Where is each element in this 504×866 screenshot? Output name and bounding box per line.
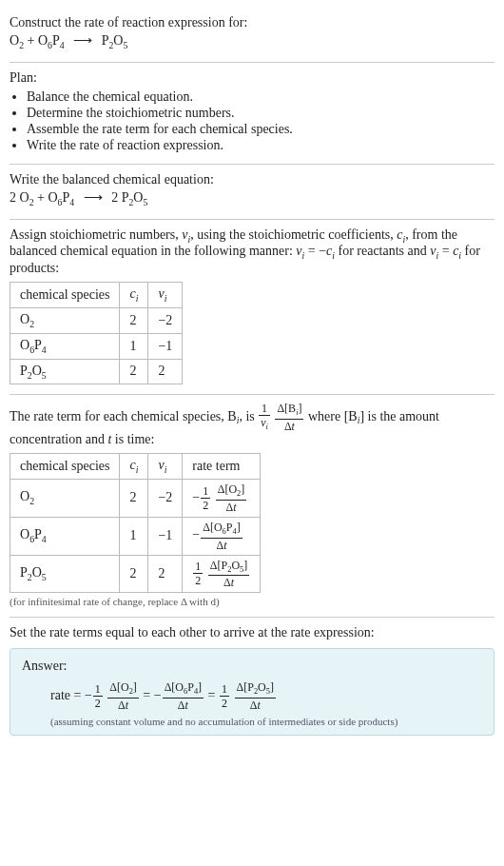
ci-cell: 1 [120, 517, 148, 555]
rate-term-note: (for infinitesimal rate of change, repla… [10, 596, 494, 607]
nui-cell: −1 [148, 517, 183, 555]
rate-cell: −Δ[O6P4]Δt [183, 517, 261, 555]
plan-item: Balance the chemical equation. [27, 89, 494, 105]
plan-section: Plan: Balance the chemical equation. Det… [10, 63, 494, 165]
answer-box: Answer: rate = −12 Δ[O2]Δt = −Δ[O6P4]Δt … [10, 648, 494, 736]
text: The rate term for each chemical species, [10, 409, 227, 423]
col-rate: rate term [183, 454, 261, 480]
balanced-section: Write the balanced chemical equation: 2 … [10, 165, 494, 220]
ci-cell: 2 [120, 479, 148, 517]
col-species: chemical species [10, 283, 120, 308]
text: Assign stoichiometric numbers, [10, 227, 182, 242]
species-cell: P2O5 [10, 359, 120, 384]
rate-term-section: The rate term for each chemical species,… [10, 395, 494, 618]
plan-item: Assemble the rate term for each chemical… [27, 122, 494, 137]
text: is time: [111, 432, 154, 446]
nui-cell: −2 [148, 479, 183, 517]
intro-prompt: Construct the rate of reaction expressio… [10, 15, 494, 30]
table-row: O2 2 −2 −12 Δ[O2]Δt [10, 479, 261, 517]
plan-heading: Plan: [10, 70, 494, 86]
intro-section: Construct the rate of reaction expressio… [10, 8, 494, 63]
nui-cell: −1 [148, 333, 183, 359]
ci-cell: 2 [120, 555, 148, 593]
ci-cell: 2 [120, 307, 148, 333]
text: , is [239, 409, 258, 423]
balanced-equation: 2 O2 + O6P4 ⟶ 2 P2O5 [10, 187, 494, 209]
table-header-row: chemical species ci νi [10, 283, 183, 308]
ci-cell: 2 [120, 359, 148, 384]
table-row: P2O5 2 2 12 Δ[P2O5]Δt [10, 555, 261, 593]
ci-cell: 1 [120, 333, 148, 359]
nui-cell: 2 [148, 555, 183, 593]
species-cell: P2O5 [10, 555, 120, 593]
unbalanced-equation: O2 + O6P4 ⟶ P2O5 [10, 30, 494, 52]
nui-cell: −2 [148, 307, 183, 333]
nui-cell: 2 [148, 359, 183, 384]
species-cell: O6P4 [10, 517, 120, 555]
rate-term-table: chemical species ci νi rate term O2 2 −2… [10, 453, 261, 593]
plan-item: Write the rate of reaction expression. [27, 138, 494, 153]
plan-item: Determine the stoichiometric numbers. [27, 106, 494, 121]
species-cell: O2 [10, 307, 120, 333]
stoich-table: chemical species ci νi O2 2 −2 O6P4 1 −1… [10, 282, 183, 384]
table-row: O6P4 1 −1 [10, 333, 183, 359]
text: where [308, 409, 344, 423]
table-row: O2 2 −2 [10, 307, 183, 333]
rate-cell: 12 Δ[P2O5]Δt [183, 555, 261, 593]
rate-term-paragraph: The rate term for each chemical species,… [10, 403, 494, 447]
stoich-section: Assign stoichiometric numbers, νi, using… [10, 220, 494, 396]
final-section: Set the rate terms equal to each other t… [10, 618, 494, 745]
table-header-row: chemical species ci νi rate term [10, 454, 261, 480]
col-nui: νi [148, 454, 183, 480]
answer-label: Answer: [22, 659, 482, 674]
arrow-icon: ⟶ [84, 189, 103, 206]
final-heading: Set the rate terms equal to each other t… [10, 625, 494, 640]
plan-list: Balance the chemical equation. Determine… [10, 89, 494, 153]
stoich-paragraph: Assign stoichiometric numbers, νi, using… [10, 227, 494, 277]
col-nui: νi [148, 283, 183, 308]
answer-note: (assuming constant volume and no accumul… [50, 716, 482, 727]
balanced-heading: Write the balanced chemical equation: [10, 172, 494, 187]
table-row: P2O5 2 2 [10, 359, 183, 384]
col-ci: ci [120, 454, 148, 480]
species-cell: O2 [10, 479, 120, 517]
text: for reactants and [335, 244, 430, 258]
species-cell: O6P4 [10, 333, 120, 359]
text: , using the stoichiometric coefficients, [190, 227, 397, 242]
col-species: chemical species [10, 454, 120, 480]
col-ci: ci [120, 283, 148, 308]
table-row: O6P4 1 −1 −Δ[O6P4]Δt [10, 517, 261, 555]
arrow-icon: ⟶ [73, 32, 92, 49]
rate-expression: rate = −12 Δ[O2]Δt = −Δ[O6P4]Δt = 12 Δ[P… [50, 679, 482, 713]
rate-cell: −12 Δ[O2]Δt [183, 479, 261, 517]
